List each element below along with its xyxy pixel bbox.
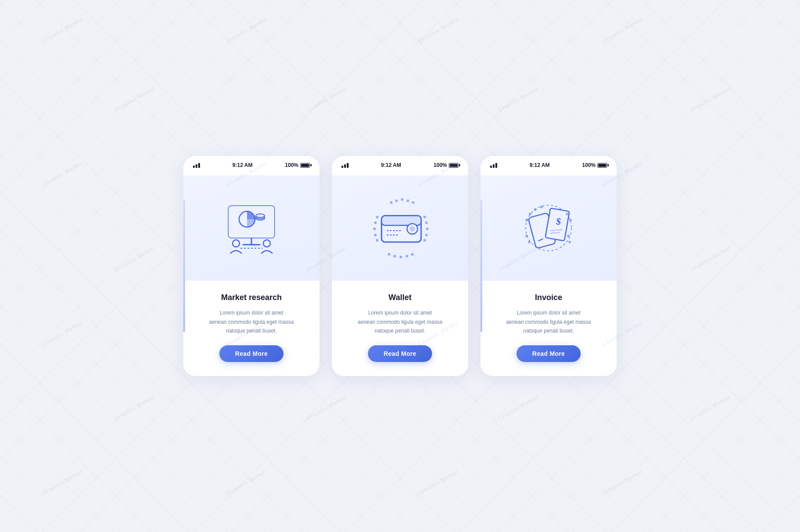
card-title-3: Invoice — [535, 293, 562, 302]
signal-icon-2 — [342, 163, 349, 168]
card-content-1: Market research Lorem ipsum dolor sit am… — [183, 281, 320, 376]
status-bar-2: 9:12 AM 100% — [332, 156, 468, 173]
svg-point-47 — [540, 206, 543, 208]
read-more-button-3[interactable]: Read More — [516, 345, 581, 362]
card-description-2: Lorem ipsum dolor sit ametaenean commodo… — [358, 308, 443, 335]
svg-point-48 — [525, 235, 528, 237]
svg-point-49 — [528, 241, 531, 243]
svg-point-9 — [263, 240, 270, 247]
status-bar-1: 9:12 AM 100% — [183, 156, 320, 173]
svg-point-25 — [376, 239, 378, 242]
signal-icon-3 — [490, 163, 497, 168]
battery-icon-3 — [597, 163, 607, 168]
status-time-2: 9:12 AM — [381, 162, 401, 168]
status-time-1: 9:12 AM — [233, 162, 253, 168]
svg-point-34 — [410, 226, 415, 232]
card-title-2: Wallet — [389, 293, 411, 302]
svg-point-50 — [569, 219, 572, 221]
status-battery-2: 100% — [433, 162, 458, 168]
svg-point-29 — [425, 234, 428, 236]
icon-area-3: $ — [480, 175, 617, 281]
svg-point-13 — [401, 198, 404, 201]
svg-point-14 — [407, 199, 409, 202]
svg-point-15 — [412, 201, 415, 204]
card-content-3: Invoice Lorem ipsum dolor sit ametaenean… — [480, 281, 617, 376]
status-battery-3: 100% — [582, 162, 607, 168]
svg-point-28 — [426, 228, 429, 230]
svg-point-46 — [534, 208, 537, 211]
read-more-button-2[interactable]: Read More — [368, 345, 432, 362]
svg-point-52 — [567, 235, 570, 237]
wallet-icon — [365, 193, 435, 263]
battery-icon-1 — [300, 163, 310, 168]
svg-point-19 — [406, 255, 408, 257]
svg-point-23 — [373, 228, 376, 230]
svg-point-21 — [376, 216, 378, 218]
svg-point-30 — [423, 239, 426, 242]
svg-point-12 — [395, 199, 398, 202]
svg-point-27 — [425, 221, 428, 224]
phone-market-research: 9:12 AM 100% — [183, 156, 320, 376]
phone-wallet: 9:12 AM 100% — [332, 156, 468, 376]
card-description-1: Lorem ipsum dolor sit ametaenean commodo… — [209, 308, 294, 335]
status-battery-1: 100% — [285, 162, 310, 168]
phone-invoice: 9:12 AM 100% $ — [480, 156, 617, 376]
icon-area-2 — [332, 175, 468, 281]
svg-point-45 — [529, 213, 531, 215]
svg-point-17 — [393, 255, 396, 257]
svg-point-11 — [390, 201, 393, 204]
svg-point-22 — [374, 221, 377, 224]
svg-point-18 — [400, 256, 402, 258]
svg-point-20 — [411, 253, 414, 256]
signal-icon-1 — [193, 163, 200, 168]
svg-point-24 — [374, 234, 377, 236]
card-title-1: Market research — [221, 293, 282, 302]
svg-point-16 — [388, 253, 390, 256]
card-content-2: Wallet Lorem ipsum dolor sit ametaenean … — [332, 281, 468, 376]
svg-point-51 — [566, 213, 568, 215]
svg-point-44 — [525, 219, 528, 221]
icon-area-1 — [183, 175, 320, 281]
market-research-icon — [216, 193, 287, 263]
battery-icon-2 — [449, 163, 458, 168]
svg-point-8 — [233, 240, 240, 247]
read-more-button-1[interactable]: Read More — [219, 345, 284, 362]
phones-container: 9:12 AM 100% — [183, 156, 617, 376]
invoice-icon: $ — [513, 193, 584, 263]
svg-point-5 — [256, 214, 265, 217]
card-description-3: Lorem ipsum dolor sit ametaenean commodo… — [506, 308, 591, 335]
status-bar-3: 9:12 AM 100% — [480, 156, 617, 173]
svg-point-26 — [423, 216, 426, 218]
svg-point-53 — [568, 241, 571, 243]
status-time-3: 9:12 AM — [530, 162, 550, 168]
